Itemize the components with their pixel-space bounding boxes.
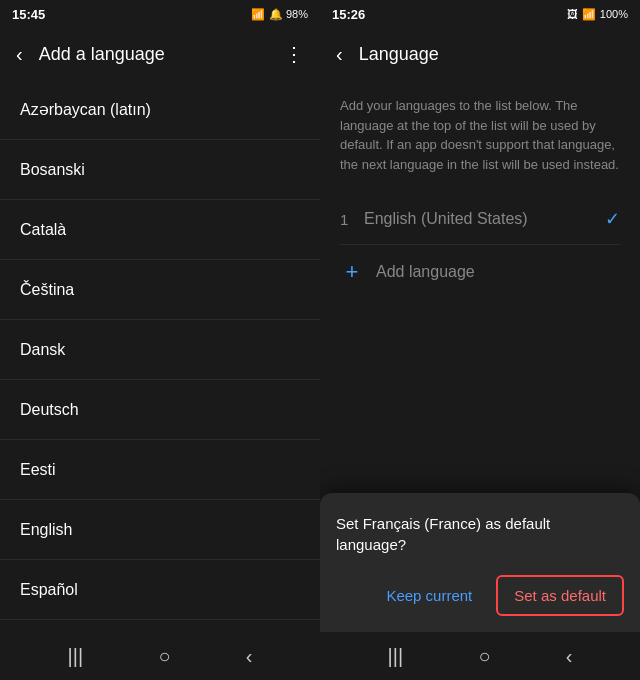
language-name: Bosanski <box>20 161 85 179</box>
language-name: Eesti <box>20 461 56 479</box>
plus-icon: + <box>340 259 364 285</box>
language-name: Azərbaycan (latın) <box>20 100 151 119</box>
home-icon-left[interactable]: ○ <box>158 645 170 668</box>
language-name: Dansk <box>20 341 65 359</box>
language-name: Deutsch <box>20 401 79 419</box>
battery-text-left: 🔔 98% <box>269 8 308 21</box>
back-nav-icon-right[interactable]: ‹ <box>566 645 573 668</box>
header-right: ‹ Language <box>320 28 640 80</box>
page-title-right: Language <box>359 44 632 65</box>
time-right: 15:26 <box>332 7 365 22</box>
status-bar-left: 15:45 📶 🔔 98% <box>0 0 320 28</box>
dialog-message: Set Français (France) as default languag… <box>336 513 624 555</box>
language-name: Español <box>20 581 78 599</box>
header-left: ‹ Add a language ⋮ <box>0 28 320 80</box>
battery-text-right: 100% <box>600 8 628 20</box>
signal-icon-right: 📶 <box>582 8 596 21</box>
status-bar-right: 15:26 🖼 📶 100% <box>320 0 640 28</box>
back-button-right[interactable]: ‹ <box>328 39 351 70</box>
description-text: Add your languages to the list below. Th… <box>340 96 620 174</box>
entry-language-name: English (United States) <box>364 210 605 228</box>
language-list: Azərbaycan (latın) Bosanski Català Češti… <box>0 80 320 632</box>
list-item[interactable]: Español <box>0 560 320 620</box>
status-icons-right: 🖼 📶 100% <box>567 8 628 21</box>
recent-apps-icon-left[interactable]: ||| <box>68 645 84 668</box>
nav-bar-left: ||| ○ ‹ <box>0 632 320 680</box>
language-name: Čeština <box>20 281 74 299</box>
status-icons-left: 📶 🔔 98% <box>251 8 308 21</box>
list-item[interactable]: English <box>0 500 320 560</box>
more-button-left[interactable]: ⋮ <box>276 38 312 70</box>
dialog-overlay: Set Français (France) as default languag… <box>320 493 640 632</box>
list-item[interactable]: Dansk <box>0 320 320 380</box>
set-as-default-button[interactable]: Set as default <box>496 575 624 616</box>
right-panel: 15:26 🖼 📶 100% ‹ Language Add your langu… <box>320 0 640 680</box>
list-item[interactable]: Čeština <box>0 260 320 320</box>
list-item[interactable]: Eesti <box>0 440 320 500</box>
time-left: 15:45 <box>12 7 45 22</box>
page-title-left: Add a language <box>39 44 268 65</box>
add-language-label: Add language <box>376 263 475 281</box>
signal-icon: 📶 <box>251 8 265 21</box>
list-item[interactable]: Deutsch <box>0 380 320 440</box>
recent-apps-icon-right[interactable]: ||| <box>388 645 404 668</box>
back-nav-icon-left[interactable]: ‹ <box>246 645 253 668</box>
list-item[interactable]: Euskara <box>0 620 320 632</box>
list-item[interactable]: Azərbaycan (latın) <box>0 80 320 140</box>
screenshot-icon: 🖼 <box>567 8 578 20</box>
language-name: Català <box>20 221 66 239</box>
list-item[interactable]: Català <box>0 200 320 260</box>
left-panel: 15:45 📶 🔔 98% ‹ Add a language ⋮ Azərbay… <box>0 0 320 680</box>
language-entry[interactable]: 1 English (United States) ✓ <box>340 194 620 245</box>
dialog-buttons: Keep current Set as default <box>336 575 624 616</box>
check-icon: ✓ <box>605 208 620 230</box>
keep-current-button[interactable]: Keep current <box>370 575 488 616</box>
language-name: English <box>20 521 72 539</box>
nav-bar-right: ||| ○ ‹ <box>320 632 640 680</box>
list-item[interactable]: Bosanski <box>0 140 320 200</box>
home-icon-right[interactable]: ○ <box>478 645 490 668</box>
add-language-row[interactable]: + Add language <box>340 245 620 299</box>
entry-number: 1 <box>340 211 364 228</box>
back-button-left[interactable]: ‹ <box>8 39 31 70</box>
